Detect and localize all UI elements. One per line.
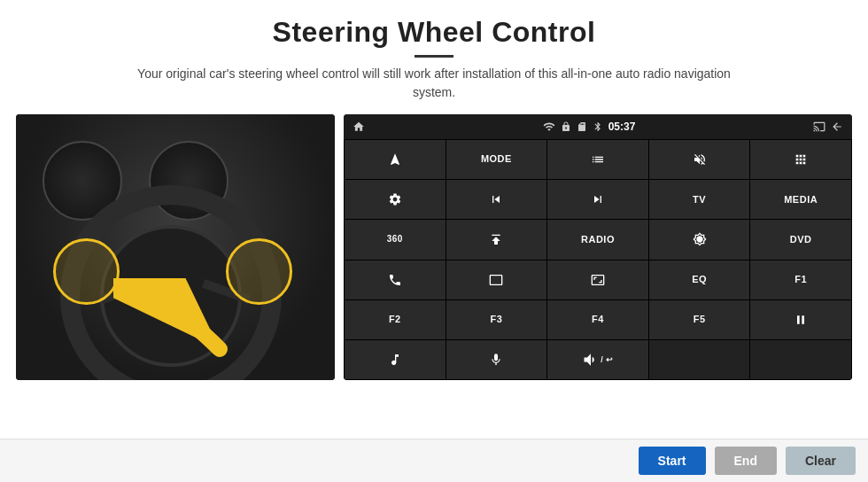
btn-screen[interactable] — [446, 260, 547, 299]
home-icon — [353, 120, 365, 133]
btn-volphone[interactable]: / ↩ — [547, 340, 648, 379]
sd-icon — [577, 121, 587, 132]
status-right-icons — [813, 120, 843, 133]
header-description: Your original car's steering wheel contr… — [133, 65, 735, 102]
page: Steering Wheel Control Your original car… — [0, 0, 868, 482]
end-button[interactable]: End — [715, 447, 777, 475]
cast-icon — [813, 120, 825, 133]
page-title: Steering Wheel Control — [18, 16, 850, 49]
status-left-icons — [353, 120, 365, 133]
wifi-icon — [543, 120, 555, 133]
status-bar: 05:37 — [344, 114, 852, 139]
btn-next[interactable] — [547, 180, 648, 219]
steering-wheel-image — [16, 114, 335, 380]
btn-resize[interactable] — [547, 260, 648, 299]
btn-empty2 — [750, 340, 851, 379]
btn-360[interactable]: 360 — [345, 220, 446, 259]
btn-empty1 — [649, 340, 750, 379]
back-icon — [831, 120, 843, 133]
btn-music[interactable] — [345, 340, 446, 379]
btn-f2[interactable]: F2 — [345, 300, 446, 339]
bt-icon — [593, 120, 603, 133]
btn-navigate[interactable] — [345, 140, 446, 179]
btn-prev[interactable] — [446, 180, 547, 219]
header: Steering Wheel Control Your original car… — [0, 0, 868, 107]
btn-playpause[interactable] — [750, 300, 851, 339]
btn-f1[interactable]: F1 — [750, 260, 851, 299]
btn-phone[interactable] — [345, 260, 446, 299]
btn-eq[interactable]: EQ — [649, 260, 750, 299]
highlight-left — [53, 238, 120, 305]
btn-dvd[interactable]: DVD — [750, 220, 851, 259]
bottom-bar: Start End Clear — [0, 439, 868, 482]
btn-f3[interactable]: F3 — [446, 300, 547, 339]
start-button[interactable]: Start — [639, 447, 706, 475]
btn-apps[interactable] — [750, 140, 851, 179]
button-grid: MODE TV — [344, 139, 852, 380]
btn-f5[interactable]: F5 — [649, 300, 750, 339]
content-row: 05:37 MODE — [0, 107, 868, 439]
status-time: 05:37 — [608, 120, 636, 133]
btn-eject[interactable] — [446, 220, 547, 259]
btn-radio[interactable]: RADIO — [547, 220, 648, 259]
btn-f4[interactable]: F4 — [547, 300, 648, 339]
btn-tv[interactable]: TV — [649, 180, 750, 219]
btn-media[interactable]: MEDIA — [750, 180, 851, 219]
status-center-icons: 05:37 — [543, 120, 636, 133]
btn-microphone[interactable] — [446, 340, 547, 379]
btn-list[interactable] — [547, 140, 648, 179]
btn-mute[interactable] — [649, 140, 750, 179]
btn-brightness[interactable] — [649, 220, 750, 259]
control-panel: 05:37 MODE — [344, 114, 852, 380]
btn-mode[interactable]: MODE — [446, 140, 547, 179]
title-divider — [415, 55, 453, 58]
clear-button[interactable]: Clear — [786, 447, 856, 475]
btn-settings[interactable] — [345, 180, 446, 219]
lock-icon — [561, 121, 571, 132]
arrow-icon — [113, 278, 273, 376]
